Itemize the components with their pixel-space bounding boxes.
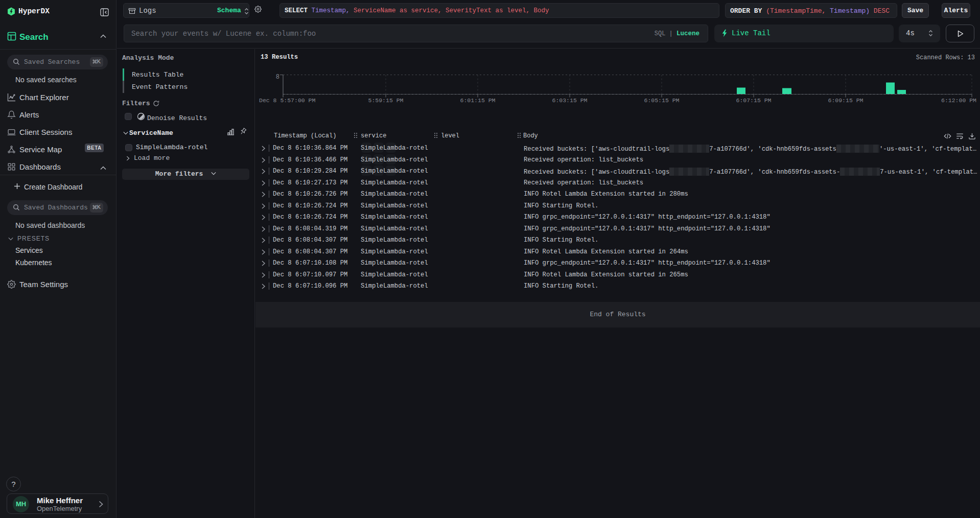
svg-text:6:07:15 PM: 6:07:15 PM xyxy=(736,97,771,104)
svg-text:5:59:15 PM: 5:59:15 PM xyxy=(368,97,403,104)
svg-text:Dec 8 5:57:00 PM: Dec 8 5:57:00 PM xyxy=(259,97,316,104)
svg-text:6:05:15 PM: 6:05:15 PM xyxy=(644,97,679,104)
svg-text:6:12:00 PM: 6:12:00 PM xyxy=(941,97,976,104)
svg-text:6:03:15 PM: 6:03:15 PM xyxy=(552,97,587,104)
svg-text:6:01:15 PM: 6:01:15 PM xyxy=(460,97,495,104)
svg-text:8: 8 xyxy=(276,74,279,81)
svg-text:6:09:15 PM: 6:09:15 PM xyxy=(828,97,863,104)
